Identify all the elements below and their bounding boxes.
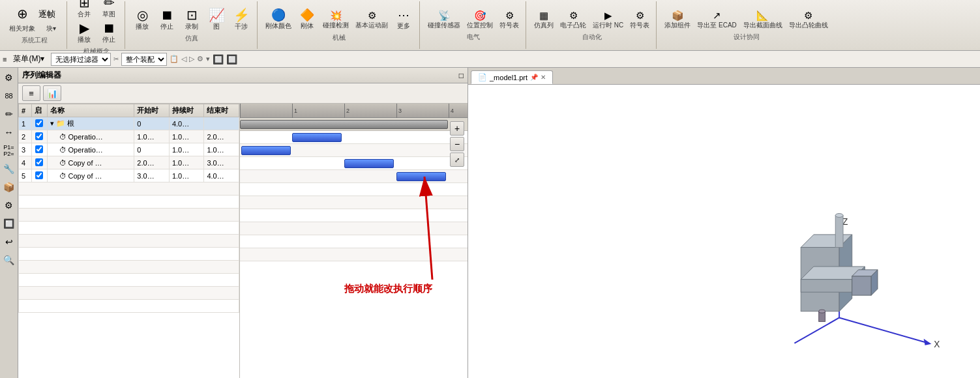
tab-model1[interactable]: 📄 _model1.prt 📌 ✕: [471, 70, 553, 84]
sensor-btn[interactable]: 📡 碰撞传感器: [425, 9, 463, 31]
row2-checkbox[interactable]: [35, 132, 43, 140]
svg-point-22: [819, 310, 825, 313]
col-name: 名称: [47, 104, 134, 117]
runtime-btn[interactable]: ▶ 运行时 NC: [590, 9, 626, 31]
gantt-row-2[interactable]: [240, 131, 468, 144]
svg-rect-13: [801, 280, 852, 293]
row4-checkbox[interactable]: [35, 158, 43, 166]
elec-label: 电气: [467, 33, 480, 42]
symbol-icon: ⚙: [505, 10, 514, 20]
seq-list-btn[interactable]: ≡: [22, 85, 40, 101]
more-btn[interactable]: ⋯ 更多: [392, 8, 415, 32]
graph-btn[interactable]: 📈 图: [205, 7, 228, 33]
sidebar-icon-params[interactable]: P1=P2=: [2, 143, 16, 158]
solid-btn[interactable]: 🔶 刚体: [295, 8, 319, 32]
sidebar-icon-settings[interactable]: ⚙: [2, 70, 16, 85]
filter-select[interactable]: 无选择过滤器: [51, 53, 111, 66]
indent: ⏱: [59, 172, 67, 180]
row1-checkbox[interactable]: [35, 119, 43, 127]
symbol-btn[interactable]: ⚙ 符号表: [497, 9, 522, 31]
stop-btn[interactable]: ⏹ 停止: [97, 20, 121, 46]
gantt-zoom-in[interactable]: +: [450, 121, 464, 136]
sidebar-icon-connect[interactable]: ↔: [2, 125, 16, 139]
sim-btn[interactable]: ◎ 播放: [130, 7, 154, 33]
expand-icon[interactable]: ▾: [50, 119, 54, 127]
gantt-row-3[interactable]: [240, 144, 468, 157]
relobj-btn[interactable]: 相关对象: [7, 22, 38, 35]
play-btn[interactable]: ▶ 播放: [72, 20, 96, 46]
seq-maximize[interactable]: □: [459, 71, 464, 80]
sidebar-icon-grid[interactable]: 88: [2, 89, 16, 103]
sidebar-icon-search[interactable]: 🔍: [2, 253, 16, 267]
solidcolor-btn[interactable]: 🔵 刚体颜色: [263, 8, 294, 32]
toecad-btn[interactable]: ↗ 导出至 ECAD: [694, 9, 739, 31]
seq-chart-btn[interactable]: 📊: [43, 85, 61, 101]
cell-start: 1.0…: [134, 130, 170, 143]
gantt-row-1[interactable]: [240, 118, 468, 131]
posctrl-btn[interactable]: 🎯 位置控制: [464, 9, 496, 31]
gantt-bar-copy1[interactable]: [344, 159, 394, 168]
table-row[interactable]: 4 ⏱ Copy of … 2.0… 1.0… 3.0…: [19, 156, 239, 169]
gantt-row-4[interactable]: [240, 157, 468, 170]
row5-checkbox[interactable]: [35, 171, 43, 179]
cell-checkbox[interactable]: [32, 143, 47, 156]
table-row[interactable]: 5 ⏱ Copy of … 3.0… 1.0… 4.0…: [19, 169, 239, 182]
menu-item[interactable]: 菜单(M)▾: [9, 52, 48, 66]
gantt-bar-copy2[interactable]: [396, 172, 446, 181]
tab-pin[interactable]: 📌: [530, 74, 538, 81]
gantt-row-empty: [240, 248, 468, 261]
simarray-icon: ▦: [539, 10, 548, 20]
sidebar-icon-tool[interactable]: 🔧: [2, 162, 16, 176]
tocam2-btn[interactable]: ⚙ 导出凸轮曲线: [786, 9, 831, 31]
sys-row1: ⊕ 逐帧: [10, 6, 59, 22]
elecam-btn[interactable]: ⚙ 电子凸轮: [557, 9, 589, 31]
draw-btn[interactable]: ✏ 草图: [97, 0, 121, 20]
table-row[interactable]: 1 ▾ 📁 根 0 4.0…: [19, 117, 239, 130]
col-end: 结束时: [204, 104, 239, 117]
gantt-row-5[interactable]: [240, 170, 468, 183]
addcomp-icon: 📦: [672, 10, 684, 20]
indent: ⏱: [59, 133, 67, 141]
addcomp-btn[interactable]: 📦 添加组件: [662, 9, 693, 31]
mech-row2: ▶ 播放 ⏹ 停止: [72, 20, 121, 46]
move-btn[interactable]: 逐帧: [35, 6, 59, 22]
gantt-bar-op1[interactable]: [292, 133, 342, 142]
sidebar-icon-box[interactable]: 📦: [2, 180, 16, 194]
gantt-fit[interactable]: ⤢: [450, 153, 464, 167]
sidebar-icon-gear[interactable]: ⚙: [2, 198, 16, 212]
seq-header: 序列编辑器 □: [18, 68, 468, 83]
table-row[interactable]: 3 ⏱ Operatio… 0 1.0… 1.0…: [19, 143, 239, 156]
merge-btn[interactable]: ⊞ 合并: [72, 0, 96, 20]
tab-close[interactable]: ✕: [541, 74, 546, 81]
gantt-row-empty: [240, 222, 468, 235]
basemove-btn[interactable]: ⚙ 基本运动副: [353, 8, 391, 32]
block-btn[interactable]: 块▾: [39, 22, 63, 35]
sidebar-icon-undo[interactable]: ↩: [2, 235, 16, 249]
cell-checkbox[interactable]: [32, 117, 47, 130]
cell-end: 4.0…: [204, 169, 239, 182]
sim-icon: ◎: [137, 8, 148, 22]
rec-btn[interactable]: ⊡ 录制: [180, 7, 203, 33]
collision-btn[interactable]: 💥 碰撞检测: [320, 8, 351, 32]
tocam-btn[interactable]: 📐 导出截面曲线: [741, 9, 785, 31]
gantt-bar-root[interactable]: [240, 120, 448, 129]
sidebar-icon-frame[interactable]: 🔲: [2, 216, 16, 231]
col-enable: 启: [32, 104, 47, 117]
row3-checkbox[interactable]: [35, 145, 43, 153]
gantt-bar-op2[interactable]: [241, 146, 291, 155]
cell-checkbox[interactable]: [32, 130, 47, 143]
gantt-zoom-out[interactable]: −: [450, 137, 464, 151]
simarray-btn[interactable]: ▦ 仿真列: [531, 9, 556, 31]
sidebar-icon-edit[interactable]: ✏: [2, 107, 16, 121]
stop2-btn[interactable]: ⏹ 停止: [155, 7, 179, 33]
symbolauto-icon: ⚙: [636, 10, 644, 20]
cell-checkbox[interactable]: [32, 156, 47, 169]
assembly-select[interactable]: 整个装配: [121, 53, 167, 66]
table-row[interactable]: 2 ⏱ Operatio… 1.0… 1.0… 2.0…: [19, 130, 239, 143]
gantt-row-empty: [240, 209, 468, 222]
add-btn[interactable]: ⊕: [10, 6, 34, 22]
symbolauto-btn[interactable]: ⚙ 符号表: [627, 9, 652, 31]
interfere-btn[interactable]: ⚡ 干涉: [230, 7, 253, 33]
cell-checkbox[interactable]: [32, 169, 47, 182]
tick-3: 3: [396, 104, 402, 118]
